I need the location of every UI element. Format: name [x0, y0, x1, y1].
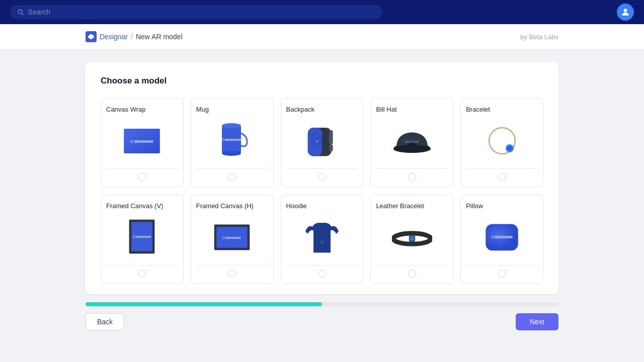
- model-image: ⬡ DESIGNAR: [196, 118, 268, 163]
- model-label: Bracelet: [466, 106, 490, 113]
- model-label: Backpack: [286, 106, 314, 113]
- radio-button[interactable]: [138, 173, 146, 181]
- model-item-bracelet[interactable]: Bracelet: [460, 98, 543, 188]
- divider: [286, 168, 358, 169]
- breadcrumb-current: New AR model: [136, 33, 183, 41]
- search-icon: [17, 9, 24, 16]
- radio-button[interactable]: [318, 269, 326, 278]
- model-selection-card: Choose a model Canvas Wrap ⬡ DESIGNAR: [86, 62, 558, 294]
- radio-button[interactable]: [498, 173, 506, 181]
- radio-button[interactable]: [408, 269, 416, 278]
- model-label: Pillow: [466, 202, 483, 210]
- model-image: ⬡ DESIGNAR: [106, 118, 178, 163]
- model-image: [466, 118, 538, 163]
- search-input[interactable]: [28, 8, 375, 16]
- svg-point-8: [222, 123, 241, 128]
- next-button[interactable]: Next: [516, 313, 558, 330]
- svg-text:⬡ DESIGNAR: ⬡ DESIGNAR: [133, 235, 151, 238]
- svg-text:DESIGNAR: DESIGNAR: [405, 140, 419, 143]
- model-item-hoodie[interactable]: Hoodie ⬡: [281, 195, 364, 284]
- model-item-mug[interactable]: Mug ⬡ DESIGNAR: [191, 98, 274, 188]
- divider: [376, 168, 448, 169]
- radio-button[interactable]: [228, 269, 236, 278]
- breadcrumb-bar: Designar / New AR model by Beta Labs: [0, 24, 644, 50]
- divider: [286, 265, 358, 265]
- model-label: Mug: [196, 106, 209, 113]
- breadcrumb-app-link[interactable]: Designar: [100, 33, 128, 41]
- svg-point-23: [507, 146, 512, 151]
- model-item-backpack[interactable]: Backpack ⬡: [281, 98, 364, 188]
- model-label: Canvas Wrap: [106, 106, 146, 113]
- divider: [466, 265, 538, 265]
- svg-text:⬡ DESIGNAR: ⬡ DESIGNAR: [222, 138, 242, 141]
- page-title: Choose a model: [101, 76, 543, 86]
- model-image: ⬡: [286, 215, 358, 260]
- model-image: ⬡: [286, 118, 358, 163]
- model-grid-row2: Framed Canvas (V) ⬡ DESIGNAR Framed Canv…: [101, 195, 543, 284]
- progress-bar-wrapper: [86, 302, 558, 306]
- divider: [376, 265, 448, 265]
- model-label: Hoodie: [286, 202, 307, 210]
- divider: [196, 168, 268, 169]
- divider: [466, 168, 538, 169]
- search-bar: [10, 5, 382, 19]
- svg-point-9: [222, 151, 241, 156]
- model-label: Framed Canvas (H): [196, 202, 254, 210]
- model-item-framed-canvas-v[interactable]: Framed Canvas (V) ⬡ DESIGNAR: [101, 195, 184, 284]
- model-image: DESIGNAR: [376, 118, 448, 163]
- divider: [106, 265, 178, 265]
- main-content: Choose a model Canvas Wrap ⬡ DESIGNAR: [0, 50, 644, 294]
- svg-point-2: [624, 9, 627, 12]
- progress-bar-fill: [86, 302, 322, 306]
- radio-button[interactable]: [228, 173, 236, 181]
- svg-rect-15: [329, 130, 333, 144]
- topbar: [0, 0, 644, 24]
- svg-rect-16: [329, 144, 333, 151]
- radio-button[interactable]: [138, 269, 146, 278]
- model-item-framed-canvas-h[interactable]: Framed Canvas (H) ⬡ DESIGNAR: [191, 195, 274, 284]
- model-item-leather-bracelet[interactable]: Leather Bracelet: [370, 195, 453, 284]
- footer-buttons: Back Next: [86, 313, 558, 330]
- breadcrumb-separator: /: [131, 33, 133, 41]
- model-image: [376, 215, 448, 260]
- model-image: ⬡ DESIGNAR: [196, 215, 268, 260]
- svg-text:⬡ DESIGNAR: ⬡ DESIGNAR: [131, 140, 154, 144]
- svg-rect-35: [411, 237, 413, 239]
- svg-text:⬡: ⬡: [320, 240, 324, 244]
- radio-button[interactable]: [408, 173, 416, 181]
- radio-button[interactable]: [318, 173, 326, 181]
- divider: [196, 265, 268, 265]
- model-item-canvas-wrap[interactable]: Canvas Wrap ⬡ DESIGNAR: [101, 98, 184, 188]
- svg-line-1: [22, 13, 23, 15]
- app-icon: [86, 31, 97, 42]
- avatar[interactable]: [617, 4, 634, 21]
- model-image: ⬡ DESIGNAR: [106, 215, 178, 260]
- model-item-bill-hat[interactable]: Bill Hat DESIGNAR: [370, 98, 453, 188]
- svg-marker-3: [88, 34, 94, 39]
- svg-text:⬡ DESIGNAR: ⬡ DESIGNAR: [223, 236, 241, 239]
- breadcrumb: Designar / New AR model: [86, 31, 183, 42]
- model-label: Framed Canvas (V): [106, 202, 163, 210]
- model-label: Bill Hat: [376, 106, 396, 113]
- model-item-pillow[interactable]: Pillow ⬡ DESIGNAR: [460, 195, 543, 284]
- footer-area: Back Next: [0, 294, 644, 338]
- back-button[interactable]: Back: [86, 313, 124, 330]
- model-grid-row1: Canvas Wrap ⬡ DESIGNAR: [101, 98, 543, 188]
- model-image: ⬡ DESIGNAR: [466, 215, 538, 260]
- svg-text:⬡ DESIGNAR: ⬡ DESIGNAR: [491, 235, 513, 239]
- by-label: by Beta Labs: [520, 33, 558, 41]
- radio-button[interactable]: [498, 269, 506, 278]
- model-label: Leather Bracelet: [376, 202, 424, 210]
- divider: [106, 168, 178, 169]
